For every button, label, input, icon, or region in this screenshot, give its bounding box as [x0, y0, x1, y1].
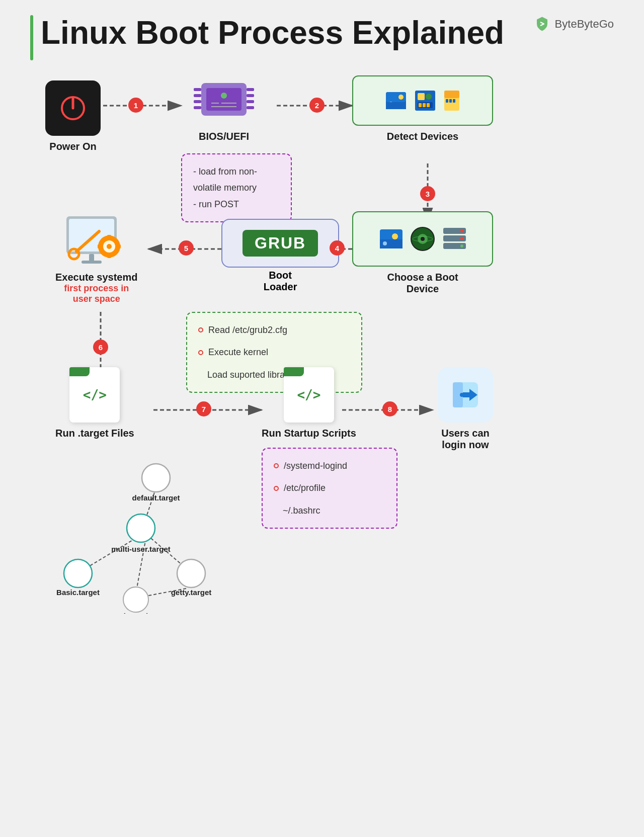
svg-rect-20: [247, 106, 254, 109]
svg-rect-63: [107, 254, 111, 258]
svg-rect-38: [444, 91, 459, 98]
svg-rect-40: [449, 99, 452, 103]
step-3-bubble: 3: [420, 186, 435, 201]
svg-line-77: [86, 538, 136, 568]
title-section: Linux Boot Process Explained ByteByteGo: [30, 15, 614, 60]
systemd-icon: [61, 206, 132, 267]
startup-info-items: /systemd-logind /etc/profile ~/.bashrc: [274, 458, 385, 519]
svg-rect-14: [194, 94, 201, 97]
boot-loader-label: BootLoader: [264, 270, 297, 293]
grub-item-2: Execute kernel: [198, 344, 350, 360]
power-on-label: Power On: [49, 141, 96, 152]
svg-point-54: [460, 229, 463, 232]
startup-file-tab: [284, 367, 304, 376]
svg-rect-13: [194, 88, 201, 91]
execute-systemd-node: Execute systemd first process inuser spa…: [55, 206, 137, 304]
svg-rect-29: [386, 102, 406, 109]
bios-info-line3: - run POST: [193, 196, 280, 212]
page-title: Linux Boot Process Explained: [41, 15, 504, 50]
svg-text:Basic.target: Basic.target: [56, 588, 100, 597]
title-prefix: Linux: [41, 15, 135, 51]
svg-rect-36: [427, 103, 430, 107]
svg-point-75: [460, 393, 464, 397]
step-4-bubble: 4: [330, 240, 345, 256]
grub-item-1: Read /etc/grub2.cfg: [198, 322, 350, 338]
run-startup-node: </> Run Startup Scripts: [262, 367, 356, 439]
login-symbol: [445, 375, 486, 415]
run-startup-label: Run Startup Scripts: [262, 428, 356, 439]
startup-item-3: ~/.bashrc: [274, 503, 385, 519]
detect-devices-label: Detect Devices: [387, 131, 458, 142]
brand-icon: [533, 15, 551, 33]
login-icon: [438, 367, 493, 423]
execute-systemd-label: Execute systemd: [55, 272, 137, 283]
detect-devices-box: [352, 75, 493, 126]
svg-point-45: [383, 241, 387, 245]
svg-rect-62: [107, 235, 111, 239]
brand: ByteByteGo: [533, 15, 614, 33]
target-tree-svg: default.target multi-user.target Basic.t…: [30, 463, 282, 614]
grub-label-box: GRUB: [243, 230, 318, 257]
svg-point-55: [460, 237, 463, 240]
svg-rect-66: [89, 254, 94, 262]
svg-rect-12: [206, 88, 242, 111]
svg-rect-34: [419, 103, 422, 107]
svg-rect-65: [117, 244, 121, 248]
server-icon: [441, 225, 468, 253]
brand-name: ByteByteGo: [555, 18, 614, 31]
grub-box: GRUB: [221, 219, 339, 268]
step-6-bubble: 6: [93, 340, 108, 355]
grub-text: GRUB: [255, 234, 306, 252]
svg-text:default.target: default.target: [132, 493, 180, 502]
choose-boot-box: [352, 211, 493, 267]
target-tree: default.target multi-user.target Basic.t…: [30, 463, 282, 614]
run-target-label: Run .target Files: [55, 428, 134, 439]
title-suffix: Process Explained: [209, 15, 504, 51]
choose-boot-label: Choose a BootDevice: [387, 272, 458, 295]
step-8-bubble: 8: [382, 401, 397, 416]
svg-rect-35: [423, 103, 426, 107]
svg-rect-19: [247, 100, 254, 103]
svg-rect-15: [194, 100, 201, 103]
svg-rect-41: [453, 99, 455, 103]
run-target-node: </> Run .target Files: [55, 367, 134, 439]
svg-point-56: [460, 244, 463, 247]
svg-rect-64: [98, 244, 102, 248]
svg-point-87: [177, 559, 205, 588]
svg-rect-39: [446, 99, 448, 103]
bios-info-line1: - load from non-: [193, 163, 280, 180]
bios-info-box: - load from non- volatile memory - run P…: [181, 153, 292, 222]
systemd-sub-label: first process inuser space: [64, 283, 129, 304]
flow-layout: 1 2 3 4 5 6 7 8 Power On: [30, 65, 614, 820]
step-2-bubble: 2: [309, 98, 325, 113]
svg-rect-16: [194, 106, 201, 109]
startup-item-1: /systemd-logind: [274, 458, 385, 474]
bios-info-line2: volatile memory: [193, 180, 280, 196]
detect-devices-node: Detect Devices: [352, 75, 493, 142]
svg-text:getty.target: getty.target: [171, 588, 212, 597]
svg-point-21: [221, 93, 227, 99]
hard-drive-icon: [383, 88, 409, 113]
step-1-bubble: 1: [128, 98, 143, 113]
flow-arrows: [30, 65, 614, 820]
users-login-node: Users canlogin now: [438, 367, 493, 451]
svg-point-61: [107, 244, 112, 249]
svg-rect-17: [247, 88, 254, 91]
step-5-bubble: 5: [179, 240, 194, 256]
svg-rect-31: [418, 93, 425, 100]
step-7-bubble: 7: [196, 401, 211, 416]
svg-point-49: [421, 237, 425, 241]
ram-icon: [442, 88, 462, 113]
svg-point-85: [64, 559, 92, 588]
dvd-icon: [409, 225, 437, 253]
motherboard-icon: [413, 88, 438, 113]
startup-item-2: /etc/profile: [274, 480, 385, 496]
svg-point-83: [127, 514, 155, 542]
startup-info-box: /systemd-logind /etc/profile ~/.bashrc: [262, 448, 397, 529]
file-tab: [69, 367, 90, 376]
svg-point-81: [142, 464, 170, 492]
bios-label: BIOS/UEFI: [199, 131, 249, 142]
bios-node: BIOS/UEFI: [191, 75, 257, 142]
power-icon: [45, 80, 101, 136]
choose-boot-node: Choose a BootDevice: [352, 211, 493, 295]
